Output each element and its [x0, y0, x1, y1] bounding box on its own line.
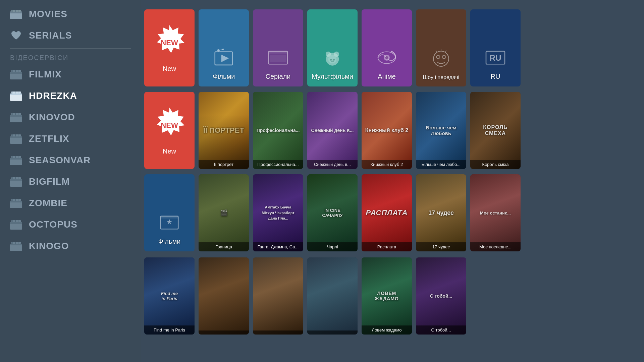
sidebar-item-serials[interactable]: SERIALS — [0, 25, 141, 46]
movie-text-rasplata: РАСПЛАТА — [363, 206, 410, 220]
clapper-icon-zombie — [10, 197, 22, 209]
movie-tile-r4m4[interactable] — [307, 257, 358, 335]
movie-text-charli: IN CINEСАЧАРЛУ — [319, 205, 345, 221]
movie-tile-moe[interactable]: Моє останнє... Моє последнє... — [470, 174, 521, 251]
svg-rect-44 — [10, 201, 22, 202]
movie-title-bolshe: Більше чем любо... — [416, 160, 466, 169]
svg-point-74 — [330, 59, 332, 61]
cat-label-ru: RU — [491, 73, 500, 80]
cat-tile-filmy-row3[interactable]: Фільми — [144, 174, 195, 251]
clapper-icon-zetflix — [10, 133, 22, 145]
movie-title-rasplata: Расплата — [362, 242, 412, 251]
svg-point-72 — [326, 52, 331, 57]
movie-tile-knizh[interactable]: Книжный клуб 2 Книжный клуб 2 — [362, 92, 412, 169]
movie-tile-bolshe[interactable]: Больше чем Любовь Більше чем любо... — [416, 92, 466, 169]
svg-marker-64 — [221, 55, 229, 62]
movie-tile-r4m3[interactable] — [253, 257, 303, 335]
film-icon-serials — [266, 46, 290, 69]
sidebar-item-kinogo[interactable]: KINOGO — [0, 235, 141, 257]
sidebar-label-serials: SERIALS — [29, 30, 72, 41]
movie-tile-lovem[interactable]: ЛОВЕМЖАДАМО Ловем жадамо — [362, 257, 412, 335]
movie-text-knizh: Книжный клуб 2 — [363, 125, 411, 136]
movie-text-stoboy: С тобой... — [427, 291, 455, 301]
cat-tile-show[interactable]: Шоу і передачі — [416, 9, 466, 86]
cat-label-filmy: Фільми — [213, 73, 235, 80]
svg-rect-26 — [10, 136, 22, 138]
movie-tile-granitsa[interactable]: 🎬 Граница — [199, 174, 249, 251]
new-movies-row: NEW New ЇЇ ПОРТРЕТ Її портрет Професіона… — [144, 92, 636, 169]
sidebar-label-zetflix: ZETFLIX — [29, 133, 69, 144]
movie-title-prof: Профессиональна... — [253, 160, 303, 169]
movie-text-r4m2 — [221, 293, 226, 299]
bear-icon — [321, 46, 344, 69]
movie-tile-findme[interactable]: Find mein Paris Find me in Paris — [144, 257, 195, 335]
cat-label-show: Шоу і передачі — [423, 74, 460, 80]
movie-title-r4m2 — [199, 330, 249, 335]
svg-point-81 — [436, 55, 440, 59]
cat-tile-ru[interactable]: RU RU — [470, 9, 521, 86]
movie-tile-korol[interactable]: КОРОЛЬ СМЕХА Король сміха — [470, 92, 521, 169]
movie-title-granitsa: Граница — [199, 242, 249, 251]
clapper-icon-octopus — [10, 219, 22, 231]
movie-tile-eeportret[interactable]: ЇЇ ПОРТРЕТ Її портрет — [199, 92, 249, 169]
sidebar-item-filmix[interactable]: FILMIX — [0, 64, 141, 85]
movie-tile-charli[interactable]: IN CINEСАЧАРЛУ Чарлі — [307, 174, 358, 251]
sidebar-item-bigfilm[interactable]: BIGFILM — [0, 171, 141, 192]
svg-rect-8 — [10, 72, 22, 74]
sidebar-item-octopus[interactable]: OCTOPUS — [0, 214, 141, 235]
movie-tile-r4m2[interactable] — [199, 257, 249, 335]
sidebar-item-seasonvar[interactable]: SEASONVAR — [0, 149, 141, 171]
movie-tile-17chudes[interactable]: 17 чудес 17 чудес — [416, 174, 466, 251]
category-row: NEW New Фільми Серіали — [144, 9, 636, 86]
movie-tile-prof[interactable]: Професіональна... Профессиональна... — [253, 92, 303, 169]
sidebar-item-hdrezka[interactable]: HDREZKA — [0, 85, 141, 107]
movie-title-charli: Чарлі — [307, 242, 358, 251]
sidebar-item-kinovod[interactable]: KINOVOD — [0, 107, 141, 128]
movie-tile-rasplata[interactable]: РАСПЛАТА Расплата — [362, 174, 412, 251]
movie-title-stoboy: С тобой... — [416, 325, 466, 335]
movie-title-knizh: Книжный клуб 2 — [362, 160, 412, 169]
sidebar-label-kinogo: KINOGO — [29, 241, 69, 251]
movie-title-r4m3 — [253, 330, 303, 335]
movie-text-korol: КОРОЛЬ СМЕХА — [470, 122, 521, 139]
new-category-tile[interactable]: NEW New — [144, 9, 195, 86]
movie-tile-snezh[interactable]: Снежный день в... Снежный день в... — [307, 92, 358, 169]
svg-rect-91 — [161, 216, 178, 219]
cat-tile-serials[interactable]: Серіали — [253, 9, 303, 86]
sidebar-label-filmix: FILMIX — [29, 69, 62, 80]
svg-line-84 — [436, 51, 437, 52]
svg-point-75 — [333, 59, 335, 61]
clapper-icon-filmix — [10, 68, 22, 80]
svg-rect-50 — [10, 222, 22, 224]
sidebar-label-zombie: ZOMBIE — [29, 198, 67, 208]
svg-point-76 — [331, 61, 334, 62]
movie-title-eeportret: Її портрет — [199, 160, 249, 169]
svg-rect-68 — [269, 51, 287, 54]
movie-title-ganga: Ганга, Джамна, Са... — [253, 242, 303, 251]
new-badge-row2: NEW — [151, 106, 188, 143]
sidebar-item-zombie[interactable]: ZOMBIE — [0, 192, 141, 214]
cat-tile-multfilmy[interactable]: Мультфільми — [307, 9, 358, 86]
sidebar-label-octopus: OCTOPUS — [29, 219, 77, 230]
film-icon-row3 — [158, 211, 181, 234]
new-tile-row2[interactable]: NEW New — [144, 92, 195, 169]
svg-text:NEW: NEW — [161, 39, 178, 47]
cat-label-anime: Аніме — [378, 73, 396, 80]
film-icon-filmy — [212, 46, 235, 69]
movie-tile-stoboy[interactable]: С тобой... С тобой... — [416, 257, 466, 335]
cat-label-filmy-row3: Фільми — [158, 238, 181, 245]
svg-point-82 — [442, 55, 446, 59]
movie-title-moe: Моє последнє... — [470, 242, 521, 251]
new-label: New — [163, 65, 176, 73]
sidebar-item-movies[interactable]: MOVIES — [0, 3, 141, 25]
sidebar-item-zetflix[interactable]: ZETFLIX — [0, 128, 141, 149]
sidebar-label-bigfilm: BIGFILM — [29, 176, 70, 187]
ru-icon: RU — [484, 46, 507, 69]
movie-tile-ganga[interactable]: Амітабх БаччаМітхун ЧакрабортДана Пла...… — [253, 174, 303, 251]
cat-tile-filmy[interactable]: Фільми — [199, 9, 249, 86]
svg-rect-14 — [10, 94, 22, 95]
cat-tile-anime[interactable]: Аніме — [362, 9, 412, 86]
movie-text-snezh: Снежный день в... — [309, 125, 357, 136]
movie-text-granitsa: 🎬 — [217, 206, 230, 219]
movie-text-prof: Професіональна... — [254, 125, 303, 136]
